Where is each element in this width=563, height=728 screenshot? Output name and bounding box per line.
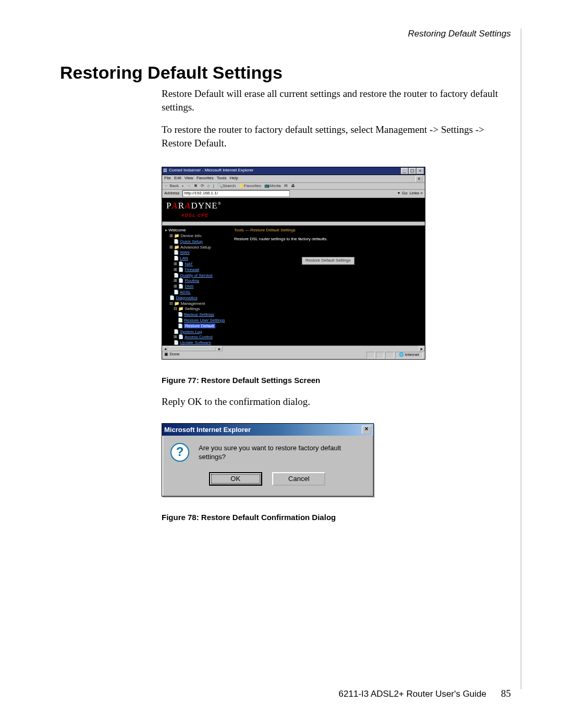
body-paragraph: Restore Default will erase all current s… [162,87,506,114]
content-pane: Tools — Restore Default Settings Restore… [230,226,425,346]
nav-device-info[interactable]: Device Info [180,233,201,238]
figure-77-screenshot: ▧ Comed Indserver - Microsoft Internet E… [162,167,425,360]
body-paragraph: To restore the router to factory default… [162,123,506,150]
horizontal-scrollbar[interactable]: ◄► ► [162,346,425,351]
page-footer: 6211-I3 ADSL2+ Router User's Guide85 [339,688,511,699]
figure-78-caption: Figure 78: Restore Default Confirmation … [162,512,506,523]
status-text: Done [169,352,179,359]
nav-advanced-setup[interactable]: Advanced Setup [180,245,211,250]
close-icon[interactable]: × [362,426,371,434]
menu-file[interactable]: File [164,176,171,181]
close-icon[interactable]: × [417,168,424,174]
nav-firewall[interactable]: Firewall [185,267,199,272]
nav-dns[interactable]: DNS [185,284,193,289]
menu-favorites[interactable]: Favorites [197,176,214,181]
nav-qos[interactable]: Quality of Service [180,273,213,278]
running-header: Restoring Default Settings [408,29,511,39]
cancel-button[interactable]: Cancel [272,472,325,486]
nav-restore-default[interactable]: Restore Default [184,324,215,328]
favorites-button[interactable]: ⭐Favorites [239,183,261,189]
ok-button[interactable]: OK [209,472,262,486]
question-icon: ? [170,443,189,462]
menu-help[interactable]: Help [229,176,238,181]
menu-view[interactable]: View [185,176,193,181]
nav-routing[interactable]: Routing [185,278,199,283]
nav-settings[interactable]: Settings [185,306,200,311]
go-button[interactable]: Go [402,191,408,196]
nav-wan[interactable]: WAN [180,250,189,255]
ie-icon: ▧ [163,168,167,174]
address-bar[interactable]: Address http://192.168.1.1/ ▾ Go Links » [162,190,425,198]
minimize-icon[interactable]: _ [401,168,408,174]
nav-management[interactable]: Management [180,301,205,306]
restore-default-settings-button[interactable]: Restore Default Settings [302,257,354,265]
dialog-title: Microsoft Internet Explorer [164,425,251,435]
nav-update-software[interactable]: Update Software [180,340,211,345]
window-title: Comed Indserver - Microsoft Internet Exp… [169,168,253,174]
ie-throbber-icon: e [415,176,423,182]
nav-tree[interactable]: ▸ Welcome ⊞ 📁 Device Info 📄 Quick Setup … [162,226,230,346]
address-label: Address [164,191,179,196]
figure-77-caption: Figure 77: Restore Default Settings Scre… [162,375,506,386]
body-paragraph: Reply OK to the confirmation dialog. [162,395,506,409]
page-margin-rule [521,29,521,689]
search-button[interactable]: 🔍Search [217,183,236,189]
address-input[interactable]: http://192.168.1.1/ [182,190,290,197]
nav-lan[interactable]: LAN [180,256,188,261]
nav-backup[interactable]: Backup Settings [184,312,214,317]
ie-toolbar[interactable]: ← Back •→✖⟳⌂ | 🔍Search ⭐Favorites 📺Media… [162,183,425,190]
nav-welcome[interactable]: Welcome [168,228,186,232]
nav-system-log[interactable]: System Log [180,329,202,334]
nav-diagnostics[interactable]: Diagnostics [176,295,197,300]
menu-tools[interactable]: Tools [217,176,227,181]
nav-nat[interactable]: NAT [185,262,192,266]
status-bar: ▣ Done 🌐 Internet [162,351,425,359]
figure-78-dialog: Microsoft Internet Explorer × ? Are you … [162,423,374,497]
breadcrumb: Tools — Restore Default Settings [234,228,421,233]
ie-menubar[interactable]: File Edit View Favorites Tools Help e [162,175,425,183]
nav-access-control[interactable]: Access Control [185,335,213,339]
back-button[interactable]: ← Back [164,183,179,189]
section-heading: Restoring Default Settings [60,63,521,83]
links-label: Links » [410,191,423,196]
nav-restore-user[interactable]: Restore User Settings [184,318,225,323]
zone-indicator: 🌐 Internet [395,352,423,359]
maximize-icon[interactable]: ▢ [409,168,416,174]
nav-adsl[interactable]: ADSL [180,290,191,294]
dialog-message: Are you sure you want to restore factory… [199,443,364,462]
brand-banner: PARADYNE® ADSL CPE [162,198,425,221]
menu-edit[interactable]: Edit [174,176,181,181]
content-desc: Restore DSL router settings to the facto… [234,237,421,242]
nav-quick-setup[interactable]: Quick Setup [180,239,203,244]
media-button[interactable]: 📺Media [264,183,281,189]
